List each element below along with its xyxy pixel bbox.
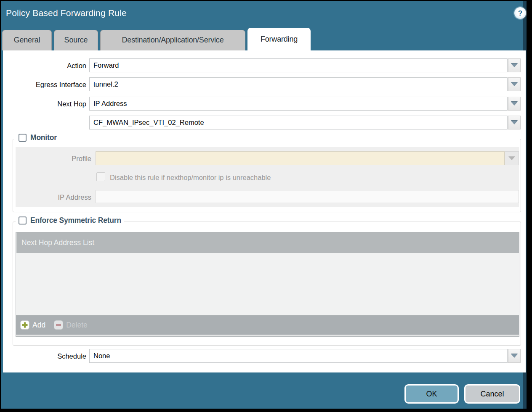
ok-button[interactable]: OK xyxy=(404,384,459,404)
next-hop-address-table-toolbar: Add Delete xyxy=(16,315,519,335)
delete-icon xyxy=(54,320,63,330)
help-icon: ? xyxy=(518,10,522,17)
profile-dropdown-button xyxy=(505,151,519,165)
tab-destination-application-service[interactable]: Destination/Application/Service xyxy=(100,30,245,50)
egress-interface-select[interactable]: tunnel.2 xyxy=(89,77,508,91)
monitor-checkbox[interactable] xyxy=(19,134,27,142)
next-hop-type-dropdown-button[interactable] xyxy=(508,97,521,111)
add-button[interactable]: Add xyxy=(20,320,45,330)
next-hop-address-select[interactable]: CF_MWAN_IPsec_VTI_02_Remote xyxy=(89,116,508,129)
enforce-symmetric-return-checkbox[interactable] xyxy=(19,217,27,224)
symmetric-return-legend: Enforce Symmetric Return xyxy=(16,216,124,225)
action-dropdown-button[interactable] xyxy=(508,58,521,72)
egress-interface-dropdown-button[interactable] xyxy=(508,77,521,91)
monitor-legend: Monitor xyxy=(16,133,60,142)
symmetric-return-legend-label: Enforce Symmetric Return xyxy=(30,216,121,225)
next-hop-address-dropdown-button[interactable] xyxy=(508,116,521,129)
chevron-down-icon xyxy=(511,82,518,86)
tab-general-label: General xyxy=(14,36,40,44)
next-hop-type-select[interactable]: IP Address xyxy=(89,97,508,111)
schedule-select[interactable]: None xyxy=(89,349,508,363)
chevron-down-icon xyxy=(511,102,518,106)
cancel-button[interactable]: Cancel xyxy=(464,384,520,404)
chevron-down-icon xyxy=(508,156,515,160)
add-icon xyxy=(20,320,29,330)
monitor-ip-address-input xyxy=(96,190,519,203)
delete-button: Delete xyxy=(54,320,88,330)
egress-interface-label: Egress Interface xyxy=(6,81,86,89)
monitor-ip-address-label: IP Address xyxy=(11,193,91,201)
tab-forwarding-label: Forwarding xyxy=(261,35,298,43)
schedule-label: Schedule xyxy=(6,352,86,360)
disable-rule-checkbox xyxy=(96,172,105,181)
tab-general[interactable]: General xyxy=(2,30,52,50)
action-label: Action xyxy=(6,62,86,70)
profile-select xyxy=(96,151,505,165)
next-hop-address-table-header: Next Hop Address List xyxy=(16,232,519,253)
next-hop-address-table: Next Hop Address List Add Delete xyxy=(16,232,519,337)
table-bottom-strip xyxy=(16,335,519,336)
profile-label: Profile xyxy=(11,155,91,163)
action-select[interactable]: Forward xyxy=(89,58,508,72)
next-hop-label: Next Hop xyxy=(6,100,86,108)
tab-forwarding[interactable]: Forwarding xyxy=(247,28,311,50)
monitor-legend-label: Monitor xyxy=(30,133,57,142)
chevron-down-icon xyxy=(511,121,518,124)
add-button-label: Add xyxy=(32,321,45,330)
help-button[interactable]: ? xyxy=(514,7,526,19)
tab-source-label: Source xyxy=(64,36,88,44)
next-hop-address-table-body[interactable] xyxy=(16,253,519,315)
disable-rule-label: Disable this rule if nexthop/monitor ip … xyxy=(110,174,271,182)
chevron-down-icon xyxy=(511,63,518,67)
chevron-down-icon xyxy=(511,354,518,358)
delete-button-label: Delete xyxy=(66,321,88,330)
schedule-dropdown-button[interactable] xyxy=(508,349,521,363)
tab-destination-label: Destination/Application/Service xyxy=(122,36,224,44)
tab-source[interactable]: Source xyxy=(54,30,98,50)
dialog-title: Policy Based Forwarding Rule xyxy=(6,8,127,18)
